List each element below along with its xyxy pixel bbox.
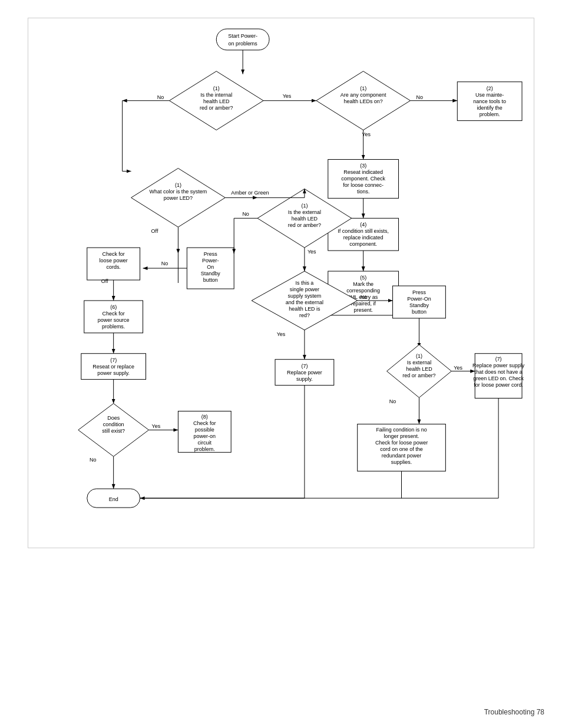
qextled-no-label: No [242, 211, 249, 217]
qextled2-label2: health LED [406, 366, 432, 372]
b2-label3: identify the [477, 105, 502, 111]
press1-label1: Power- [202, 258, 219, 263]
qextled2-no-label: No [389, 398, 396, 404]
b4-label0: (4) [360, 222, 366, 228]
failing-label5: supplies. [391, 459, 412, 465]
q2-label1: Are any component [340, 92, 386, 98]
start-node [216, 29, 269, 50]
b3-label4: tions. [357, 189, 369, 195]
b3-label0: (3) [360, 163, 366, 169]
b2-label0: (2) [487, 85, 493, 91]
q2-no-label: No [416, 94, 422, 100]
qdoes-no-label: No [90, 457, 96, 463]
b7-psu-label1: Replace power supply [472, 363, 525, 368]
qcolor-label2: power LED? [164, 195, 193, 201]
q1-label2: health LED [203, 98, 230, 104]
failing-label3: cord on one of the [380, 446, 422, 452]
q1-label3: red or amber? [200, 105, 233, 111]
b3-label1: Reseat indicated [343, 169, 383, 175]
b7-reseat-label2: power supply. [97, 370, 130, 376]
b7-psu-label3: green LED on. Check [473, 375, 524, 381]
q2-label2: health LEDs on? [344, 98, 383, 104]
b7-replace2-label2: supply. [296, 376, 313, 382]
b8-label2: possible [195, 427, 214, 433]
press1-no-label: No [161, 261, 168, 266]
start-label2: on problems [228, 41, 257, 47]
b8-label4: circuit [198, 440, 212, 446]
failing-label0: Failing condition is no [376, 427, 427, 433]
qextled2-label1: Is external [407, 360, 431, 365]
q1-label1: Is the internal [200, 92, 232, 98]
check-loose-label1: loose power [99, 258, 127, 263]
qextled-label3: red or amber? [288, 222, 321, 228]
page-footer: Troubleshooting 78 [484, 708, 544, 716]
press2-label0: Press [412, 289, 426, 295]
b5-label1: Mark the [353, 281, 373, 287]
b3-label2: component. Check [341, 176, 385, 182]
press1-label4: button [203, 277, 218, 283]
qsinglepsu-yes-label: Yes [277, 331, 286, 337]
end-label: End [109, 496, 118, 502]
q1-yes-label: Yes [283, 93, 292, 99]
check-loose-label2: cords. [106, 264, 120, 270]
b7-psu-label4: for loose power cord. [474, 382, 523, 388]
qsinglepsu-label4: health LED is [289, 306, 320, 312]
b7-psu-label2: that does not have a [474, 369, 522, 375]
qcolor-off-label: Off [151, 228, 158, 234]
qsinglepsu-label1: single power [290, 286, 319, 292]
check-loose-label0: Check for [102, 251, 124, 257]
qextled2-label0: (1) [416, 353, 422, 359]
failing-label2: Check for loose power [375, 440, 428, 446]
b4-label2: replace indicated [343, 235, 384, 241]
qdoes-label0: Does [107, 415, 120, 421]
b8-label5: problem. [194, 446, 215, 452]
b4-label3: component. [349, 241, 377, 247]
qsinglepsu-label3: and the external [286, 299, 323, 305]
qextled-label0: (1) [301, 203, 308, 209]
qextled2-label3: red or amber? [402, 373, 435, 378]
q2-label0: (1) [360, 85, 366, 91]
b4-label1: If condition still exists, [338, 228, 389, 234]
check-off-label: Off [101, 278, 108, 284]
qsinglepsu-no-label: No [361, 294, 367, 300]
b5-label0: (5) [360, 275, 366, 281]
b8-label0: (8) [201, 414, 208, 420]
failing-label4: redundant power [382, 453, 421, 459]
qextled-label1: Is the external [288, 209, 321, 215]
page-container: text { font-family: Arial, sans-serif; f… [0, 0, 562, 728]
q1-no-label: No [157, 94, 164, 100]
b2-label1: Use mainte- [475, 92, 504, 98]
b7-reseat-label0: (7) [110, 357, 117, 363]
flowchart-svg: text { font-family: Arial, sans-serif; f… [28, 18, 534, 548]
qdoes-label1: condition [103, 421, 124, 427]
b3-label3: for loose connec- [343, 182, 384, 188]
qextled-label2: health LED [292, 216, 318, 222]
b8-label3: power-on [194, 433, 216, 439]
press1-label2: On [207, 264, 214, 270]
b6-label1: Check for [102, 311, 124, 317]
b7-reseat-label1: Reseat or replace [92, 364, 134, 370]
b8-label1: Check for [193, 420, 216, 426]
b6-label2: power source [98, 317, 130, 323]
b7-replace2-label0: (7) [301, 363, 308, 369]
press2-label2: Standby [409, 302, 429, 308]
qextled2-yes-label: Yes [454, 365, 462, 371]
qextled-yes-label: Yes [308, 249, 316, 255]
failing-label1: longer present. [384, 433, 419, 439]
qsinglepsu-label0: Is this a [295, 280, 313, 286]
qcolor-label0: (1) [175, 182, 181, 188]
b6-label0: (6) [110, 304, 117, 310]
start-label: Start Power- [228, 33, 257, 39]
press1-label0: Press [204, 251, 217, 257]
b2-label2: nance tools to [473, 98, 506, 104]
press1-label3: Standby [201, 271, 220, 276]
qcolor-amber-label: Amber or Green [231, 190, 269, 196]
b2-label4: problem. [480, 111, 500, 117]
press2-label1: Power-On [407, 296, 431, 302]
qcolor-label1: What color is the system [150, 189, 207, 195]
b7-replace2-label1: Replace power [287, 370, 322, 375]
flowchart-area: text { font-family: Arial, sans-serif; f… [28, 18, 534, 548]
b6-label3: problems. [102, 324, 125, 330]
q1-label0: (1) [213, 85, 220, 91]
footer-text: Troubleshooting 78 [484, 708, 544, 716]
